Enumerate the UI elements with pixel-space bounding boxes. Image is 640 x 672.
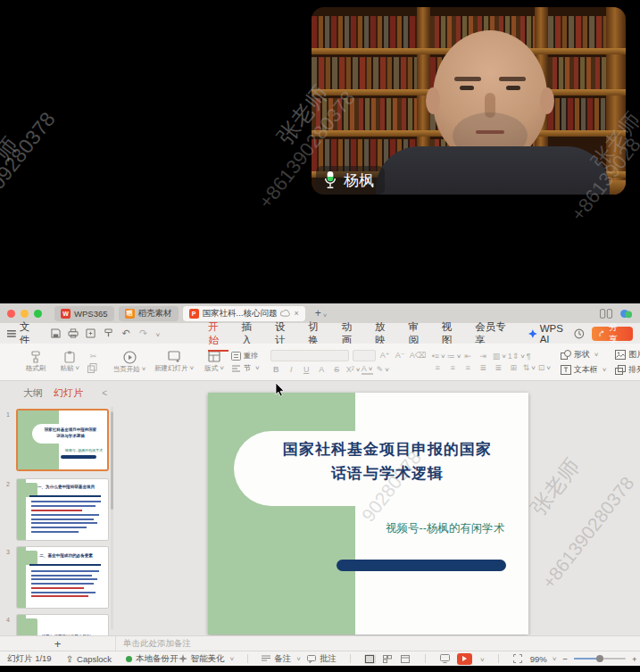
align-center-button[interactable]: ≡: [447, 363, 459, 372]
textbox-button[interactable]: 文本框: [561, 364, 607, 376]
slide-sorter-view-button[interactable]: [382, 654, 394, 664]
normal-view-button[interactable]: [364, 654, 376, 664]
zoom-out-button[interactable]: −: [562, 654, 568, 664]
thumbnail-scrollbar[interactable]: [111, 406, 113, 629]
increase-indent-button[interactable]: ⇥: [478, 352, 489, 361]
zoom-slider-knob[interactable]: [596, 655, 603, 662]
superscript-button[interactable]: X²: [346, 365, 358, 374]
export-icon[interactable]: [84, 327, 98, 340]
reading-view-button[interactable]: [400, 654, 411, 664]
undo-icon[interactable]: ↶: [119, 327, 133, 340]
italic-button[interactable]: I: [286, 365, 297, 374]
menu-tab-review[interactable]: 审阅: [408, 320, 428, 347]
line-spacing-button[interactable]: 1⇕: [508, 352, 519, 361]
picture-button[interactable]: 图片: [615, 349, 640, 361]
decrease-indent-button[interactable]: ⇤: [462, 352, 474, 361]
align-left-button[interactable]: ≡: [432, 363, 444, 372]
notes-toggle-button[interactable]: 备注: [262, 653, 301, 665]
justify-button[interactable]: ≣: [478, 363, 489, 372]
font-name-field[interactable]: [270, 350, 349, 361]
columns-button[interactable]: ▥: [493, 352, 504, 361]
numbered-list-button[interactable]: ≔: [447, 352, 459, 361]
menu-tab-transition[interactable]: 切换: [308, 320, 328, 347]
font-color-button[interactable]: A: [362, 364, 373, 375]
table-tools-icon[interactable]: ⊞: [508, 363, 519, 372]
add-slide-button[interactable]: +: [0, 636, 116, 651]
tab-list-chevron-icon[interactable]: [321, 305, 328, 321]
distribute-button[interactable]: ≣: [493, 363, 504, 372]
format-painter-icon[interactable]: [101, 327, 115, 340]
close-window-button[interactable]: [7, 310, 15, 318]
slide-thumbnail-4[interactable]: 选题与标题设计的基本原则: [16, 614, 109, 635]
section-button[interactable]: 节: [231, 363, 260, 373]
notes-input[interactable]: 单击此处添加备注: [116, 636, 640, 651]
menu-tab-wps-ai[interactable]: WPS AI: [528, 323, 574, 344]
print-icon[interactable]: [66, 327, 80, 340]
slide-thumbnail-2[interactable]: 一、为什么要申报科研基金项目: [16, 478, 109, 541]
menu-tab-view[interactable]: 视图: [442, 320, 461, 347]
tab-wps365[interactable]: W WPS365: [54, 306, 114, 321]
file-menu-button[interactable]: 文件: [7, 320, 39, 347]
underline-button[interactable]: U: [301, 365, 312, 374]
zoom-window-button[interactable]: [34, 310, 42, 318]
align-objects-button[interactable]: ⊡: [538, 363, 550, 372]
smart-beautify-button[interactable]: 智能美化: [179, 653, 235, 665]
present-mode-icon[interactable]: [439, 654, 451, 664]
collapse-panel-button[interactable]: <: [102, 388, 107, 398]
slide-thumbnail-3[interactable]: 二、基金申报成功的必备要素: [16, 546, 109, 609]
font-size-field[interactable]: [353, 350, 376, 361]
save-icon[interactable]: [48, 327, 62, 340]
play-options-chevron-icon[interactable]: [478, 654, 485, 664]
format-painter-button[interactable]: 格式刷: [20, 351, 52, 373]
share-button[interactable]: 分享: [592, 327, 633, 341]
slide-accent-bar[interactable]: [337, 560, 506, 571]
clear-format-icon[interactable]: A⌫: [410, 351, 421, 360]
zoom-slider[interactable]: [574, 658, 626, 660]
menu-tab-home[interactable]: 开始: [208, 320, 228, 347]
paragraph-settings-icon[interactable]: ¶: [523, 352, 535, 361]
slide-thumbnail-1[interactable]: 国家社科基金项目申报的国家话语与学术逻辑 视频号--杨枫的有闲学术: [16, 409, 109, 471]
paste-button[interactable]: 粘贴: [54, 351, 86, 373]
history-icon[interactable]: [574, 328, 585, 339]
increase-font-icon[interactable]: A⁺: [379, 351, 391, 360]
bullet-list-button[interactable]: •≡: [432, 352, 444, 361]
minimize-window-button[interactable]: [21, 310, 29, 318]
member-avatar-icon[interactable]: [619, 309, 633, 319]
slide-subtitle[interactable]: 视频号--杨枫的有闲学术: [371, 521, 519, 536]
menu-tab-member[interactable]: 会员专享: [475, 320, 515, 347]
new-slide-button[interactable]: 新建幻灯片: [151, 351, 197, 373]
tab-outline[interactable]: 大纲: [23, 386, 43, 400]
close-tab-icon[interactable]: ×: [294, 309, 298, 318]
tab-document-active[interactable]: P 国家社科...核心问题 ×: [183, 306, 305, 321]
menu-tab-slideshow[interactable]: 放映: [375, 320, 395, 347]
arrange-button[interactable]: 排列: [615, 364, 640, 376]
text-direction-button[interactable]: ⇅: [523, 363, 535, 372]
slide-title[interactable]: 国家社科基金项目申报的国家 话语与学术逻辑: [253, 438, 522, 485]
fit-slide-button[interactable]: [512, 654, 524, 664]
bold-button[interactable]: B: [270, 365, 282, 374]
strikethrough-button[interactable]: S: [331, 365, 343, 374]
tab-docer[interactable]: 稻 稻壳素材: [119, 306, 179, 321]
menu-tab-animation[interactable]: 动画: [342, 320, 362, 347]
play-from-current-button[interactable]: 当页开始: [110, 351, 149, 374]
play-slideshow-button[interactable]: [457, 653, 472, 665]
layout-switch-icon[interactable]: [600, 309, 612, 319]
redo-icon[interactable]: ↷: [137, 327, 151, 340]
cut-icon[interactable]: ✂: [87, 352, 99, 361]
zoom-level[interactable]: 99%: [530, 654, 557, 664]
copy-icon[interactable]: [87, 363, 97, 373]
char-spacing-button[interactable]: A: [316, 365, 328, 374]
menu-tab-design[interactable]: 设计: [275, 320, 295, 347]
highlight-color-button[interactable]: ✎: [377, 365, 388, 374]
local-backup-status[interactable]: 本地备份开: [126, 653, 179, 665]
comments-button[interactable]: 批注: [307, 653, 337, 665]
rearrange-button[interactable]: 重排: [231, 351, 260, 361]
shapes-button[interactable]: 形状: [561, 349, 607, 361]
decrease-font-icon[interactable]: A⁻: [395, 351, 406, 360]
quickbar-chevron-icon[interactable]: [154, 328, 161, 339]
menu-tab-insert[interactable]: 插入: [242, 320, 262, 347]
align-right-button[interactable]: ≡: [462, 363, 474, 372]
zoom-in-button[interactable]: +: [632, 654, 637, 664]
tab-slides[interactable]: 幻灯片: [54, 386, 83, 400]
slide-canvas[interactable]: 国家社科基金项目申报的国家 话语与学术逻辑 视频号--杨枫的有闲学术: [208, 393, 528, 635]
